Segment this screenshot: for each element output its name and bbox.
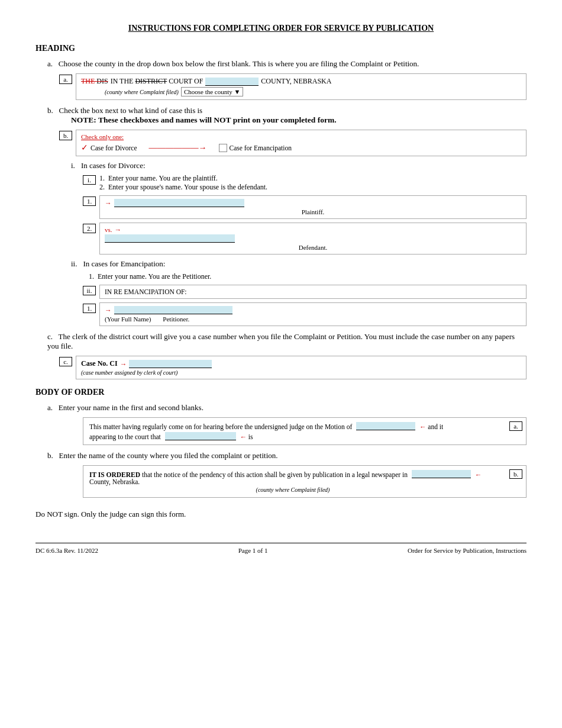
arrow-petitioner: → <box>105 307 112 314</box>
body-item-a-text: Enter your name in the first and second … <box>59 403 204 412</box>
plaintiff-content: → Plaintiff. <box>99 195 527 219</box>
preview-label-c: c. <box>59 357 72 366</box>
defendant-content: vs. → Defendant. <box>99 223 527 255</box>
county-input-field[interactable] <box>205 78 259 86</box>
preview-defendant: 2. vs. → Defendant. <box>83 223 527 255</box>
heading-label: HEADING <box>35 44 527 53</box>
preview-body-b: IT IS ORDERED that the notice of the pen… <box>83 465 527 498</box>
heading-item-c: c. The clerk of the district court will … <box>47 332 527 379</box>
footer-center: Page 1 of 1 <box>238 547 268 554</box>
plaintiff-label: Plaintiff. <box>105 208 521 215</box>
preview-plaintiff: 1. → Plaintiff. <box>83 195 527 219</box>
emancipation-label: ii. <box>71 259 77 269</box>
case-no-input[interactable] <box>129 360 212 368</box>
preview-ii: ii. IN RE EMANCIPATION OF: <box>83 285 527 299</box>
note-bold: NOTE: These checkboxes and names will NO… <box>71 115 527 125</box>
court-text-main: IN THE DISTRICT COURT OF <box>111 77 204 86</box>
body-item-b: b. Enter the name of the county where yo… <box>47 451 527 498</box>
name-input-1[interactable] <box>356 422 415 430</box>
preview-b: b. Check only one: ✓ Case for Divorce ——… <box>59 130 527 156</box>
emancipation-subsection: ii. In cases for Emancipation: 1. Enter … <box>71 259 527 326</box>
body-a-line1: This matter having regularly come on for… <box>89 422 496 430</box>
preview-label-1: 1. <box>83 197 96 206</box>
divorce-label: i. <box>71 161 75 170</box>
arrow-name1: ← <box>419 423 427 430</box>
arrow-name2: ← <box>240 433 247 440</box>
case-no-text: Case No. CI <box>81 359 118 368</box>
preview-content-b: Check only one: ✓ Case for Divorce —————… <box>76 130 527 156</box>
heading-item-b: b. Check the box next to what kind of ca… <box>47 106 527 326</box>
preview-label-a: a. <box>59 75 72 84</box>
footer-left: DC 6:6.3a Rev. 11/2022 <box>35 547 98 554</box>
preview-body-a: This matter having regularly come on for… <box>83 417 527 445</box>
it-is-ordered: IT IS ORDERED <box>89 471 140 478</box>
body-item-a: a. Enter your name in the first and seco… <box>47 403 527 445</box>
divorce-subsection: i. In cases for Divorce: i. 1. Enter you… <box>71 161 527 255</box>
body-order-section: BODY OF ORDER a. Enter your name in the … <box>35 388 527 498</box>
case-note: (case number assigned by clerk of court) <box>81 369 521 376</box>
petitioner-content: → (Your Full Name) Petitioner. <box>99 302 527 326</box>
heading-section: HEADING a. Choose the county in the drop… <box>35 44 527 379</box>
preview-label-2: 2. <box>83 224 96 233</box>
defendant-label: Defendant. <box>105 244 521 251</box>
item-b-text: Check the box next to what kind of case … <box>59 106 203 115</box>
body-order-label: BODY OF ORDER <box>35 388 527 397</box>
page-footer: DC 6:6.3a Rev. 11/2022 Page 1 of 1 Order… <box>35 543 527 554</box>
body-b-label-box: b. <box>509 469 522 479</box>
divorce-title: In cases for Divorce: <box>81 161 146 170</box>
county-filed-label: (county where Complaint filed) <box>105 89 179 95</box>
arrow-to-emancipation: ——————→ <box>149 143 207 153</box>
county-dropdown[interactable]: Choose the county ▼ <box>181 87 244 96</box>
emancipation-title: In cases for Emancipation: <box>83 259 165 269</box>
vs-text: vs. <box>105 226 112 233</box>
preview-petitioner: 1. → (Your Full Name) Petitioner. <box>83 302 527 326</box>
body-a-label-box: a. <box>509 421 522 431</box>
arrow-county-b: ← <box>475 471 482 478</box>
arrow-defendant: → <box>115 226 122 233</box>
body-item-a-letter: a. <box>47 403 57 412</box>
county-suffix: COUNTY, NEBRASKA <box>261 77 331 86</box>
preview-a: a. THE DIS IN THE DISTRICT COURT OF COUN… <box>59 73 527 100</box>
preview-c: c. Case No. CI → (case number assigned b… <box>59 356 527 379</box>
preview-label-1b: 1. <box>83 304 96 313</box>
emancipation-content: IN RE EMANCIPATION OF: <box>99 285 527 299</box>
court-text: THE DIS <box>81 77 108 86</box>
county-input-b[interactable] <box>412 470 471 478</box>
checkmark-symbol: ✓ <box>81 143 88 153</box>
divorce-steps: 1. Enter your name. You are the plaintif… <box>99 174 267 192</box>
emancipation-checkbox[interactable] <box>219 144 227 152</box>
arrow-case: → <box>120 360 127 368</box>
case-divorce-label: Case for Divorce <box>91 144 137 152</box>
item-a-letter: a. <box>47 59 57 68</box>
it-is-ordered-rest: that the notice of the pendency of this … <box>142 471 408 478</box>
plaintiff-input[interactable] <box>114 199 244 207</box>
preview-content-a: THE DIS IN THE DISTRICT COURT OF COUNTY,… <box>76 73 527 100</box>
preview-label-b: b. <box>59 131 72 140</box>
sign-note: Do NOT sign. Only the judge can sign thi… <box>35 510 527 519</box>
heading-item-a: a. Choose the county in the drop down bo… <box>47 59 527 100</box>
in-re-text: IN RE EMANCIPATION OF: <box>105 288 521 295</box>
case-emancipation-label: Case for Emancipation <box>230 144 292 152</box>
body-b-line1: IT IS ORDERED that the notice of the pen… <box>89 470 496 485</box>
item-c-text: The clerk of the district court will giv… <box>47 332 515 350</box>
preview-label-i: i. <box>83 175 96 185</box>
checkbox-row: ✓ Case for Divorce ——————→ Case for Eman… <box>81 143 521 153</box>
emancipation-step-1: 1. Enter your name. You are the Petition… <box>89 272 527 281</box>
case-no-content: Case No. CI → (case number assigned by c… <box>76 356 527 379</box>
item-b-letter: b. <box>47 106 57 115</box>
preview-label-ii: ii. <box>83 286 96 295</box>
item-c-letter: c. <box>47 332 57 341</box>
defendant-input[interactable] <box>105 234 235 243</box>
name-input-2[interactable] <box>165 432 236 440</box>
footer-right: Order for Service by Publication, Instru… <box>408 547 527 554</box>
arrow-plaintiff: → <box>105 199 112 207</box>
county-note-b: (county where Complaint filed) <box>89 487 496 493</box>
petitioner-input[interactable] <box>114 306 232 314</box>
body-item-b-letter: b. <box>47 451 57 460</box>
petitioner-label-row: (Your Full Name) Petitioner. <box>105 315 521 323</box>
body-item-b-text: Enter the name of the county where you f… <box>59 451 278 460</box>
preview-i: i. 1. Enter your name. You are the plain… <box>83 174 527 192</box>
page-title: INSTRUCTIONS FOR COMPLETING ORDER FOR SE… <box>35 24 527 33</box>
body-a-line2: appearing to the court that ← is <box>89 432 496 440</box>
check-only-one: Check only one: <box>81 133 521 140</box>
